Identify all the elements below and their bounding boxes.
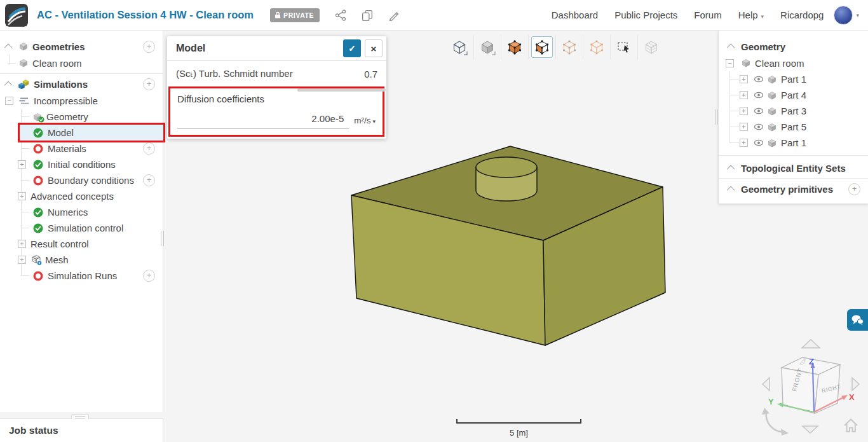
diffusion-value-input[interactable]: 2.00e-5 [177, 113, 349, 128]
horizontal-scrollbar[interactable] [297, 88, 386, 92]
view-up-arrow[interactable] [802, 340, 820, 348]
tool-select-edge-disabled[interactable] [555, 35, 583, 59]
schmidt-number-row[interactable]: (Scₜ) Turb. Schmidt number 0.7 [167, 61, 386, 86]
collapse-box-icon[interactable]: − [5, 97, 13, 105]
cube-icon [19, 42, 28, 51]
add-boundary-condition-button[interactable]: + [143, 174, 155, 186]
sidebar-item-model-selected[interactable]: Model [20, 125, 163, 141]
model-cylinder-top[interactable] [476, 157, 537, 177]
job-status-drag-handle[interactable] [71, 414, 89, 419]
rotate-view-arrow[interactable] [766, 412, 784, 432]
copy-icon[interactable] [362, 10, 373, 21]
x-axis-label: X [849, 392, 855, 402]
expand-box-icon[interactable]: + [18, 192, 26, 200]
chevron-down-icon[interactable]: ▾ [856, 12, 859, 18]
nav-forum[interactable]: Forum [694, 10, 721, 20]
left-splitter-grip[interactable] [161, 231, 164, 246]
tool-box-select[interactable] [610, 35, 637, 59]
sidebar-item-result-control[interactable]: + Result control [0, 236, 163, 252]
sidebar-item-geometries[interactable]: Geometries + [0, 38, 163, 55]
vertex-select-icon [589, 39, 604, 55]
nav-dashboard[interactable]: Dashboard [552, 10, 598, 20]
expand-box-icon[interactable]: + [740, 75, 748, 83]
sidebar-item-boundary-conditions[interactable]: Boundary conditions + [0, 172, 163, 188]
close-button[interactable]: × [365, 39, 383, 57]
sidebar-item-numerics[interactable]: Numerics [0, 204, 163, 220]
tool-select-face-active[interactable] [528, 35, 555, 59]
share-icon[interactable] [335, 10, 346, 21]
expand-box-icon[interactable]: + [18, 160, 26, 169]
cube-icon [768, 123, 776, 132]
add-material-button[interactable]: + [143, 142, 155, 155]
sidebar-item-simulation-control[interactable]: Simulation control [0, 220, 163, 236]
schmidt-value[interactable]: 0.7 [364, 69, 377, 79]
tool-select-vertex-disabled[interactable] [583, 35, 610, 59]
chevron-up-icon[interactable] [727, 186, 735, 194]
add-geometry-button[interactable]: + [143, 41, 155, 53]
visibility-eye-icon[interactable] [754, 139, 764, 146]
visibility-eye-icon[interactable] [754, 107, 764, 114]
tool-view-solid[interactable] [473, 35, 501, 59]
geometry-part-row[interactable]: + Part 3 [719, 103, 868, 119]
view-down-arrow[interactable] [803, 426, 818, 433]
nav-help[interactable]: Help▾ [738, 10, 764, 20]
simscale-logo[interactable] [5, 4, 28, 27]
add-simulation-run-button[interactable]: + [143, 270, 155, 282]
visibility-eye-icon[interactable] [754, 123, 764, 130]
collapse-box-icon[interactable]: − [726, 59, 734, 67]
nav-username[interactable]: Ricardopg [780, 10, 824, 20]
expand-box-icon[interactable]: + [740, 123, 748, 131]
active-tool-highlight [531, 36, 553, 58]
right-splitter-grip[interactable] [715, 109, 718, 125]
nav-public-projects[interactable]: Public Projects [614, 10, 677, 20]
sidebar-item-advanced-concepts[interactable]: + Advanced concepts [0, 188, 163, 204]
scale-bar-label: 5 [m] [456, 428, 581, 438]
geometry-part-row[interactable]: + Part 4 [719, 87, 868, 103]
unit-dropdown[interactable]: m²/s▾ [354, 116, 376, 128]
topological-entity-sets-header[interactable]: Topological Entity Sets [719, 160, 868, 176]
job-status-panel[interactable]: Job status [0, 418, 163, 442]
tree-connector [730, 95, 739, 95]
sidebar-item-simulation-runs[interactable]: Simulation Runs + [0, 268, 163, 284]
expand-box-icon[interactable]: + [18, 240, 26, 248]
geometry-part-row[interactable]: + Part 1 [719, 71, 868, 87]
tree-connector [22, 212, 29, 212]
geometry-primitives-header[interactable]: Geometry primitives + [719, 181, 868, 197]
home-view-icon[interactable] [844, 420, 857, 432]
privacy-badge[interactable]: PRIVATE [270, 8, 320, 22]
status-incomplete-icon [33, 176, 43, 186]
visibility-eye-icon[interactable] [754, 92, 764, 99]
expand-box-icon[interactable]: + [18, 256, 26, 264]
sidebar-item-simulations[interactable]: Simulations + [0, 76, 163, 92]
chevron-up-icon[interactable] [727, 43, 735, 52]
sidebar-item-incompressible[interactable]: − Incompressible [0, 92, 163, 109]
sidebar-item-geometry[interactable]: Geometry [0, 109, 163, 125]
tool-view-wireframe[interactable] [446, 35, 473, 59]
tool-select-volume[interactable] [501, 35, 528, 59]
sidebar-item-materials[interactable]: Materials + [0, 141, 163, 156]
geometry-section-header[interactable]: Geometry [719, 38, 868, 55]
visibility-eye-icon[interactable] [754, 76, 764, 83]
edit-pencil-icon[interactable] [388, 10, 400, 21]
geometry-part-row[interactable]: + Part 5 [719, 119, 868, 135]
apply-button[interactable]: ✓ [343, 39, 361, 57]
expand-box-icon[interactable]: + [740, 107, 748, 115]
avatar[interactable] [834, 6, 853, 25]
view-left-arrow[interactable] [763, 378, 770, 390]
view-right-arrow[interactable] [852, 378, 859, 390]
add-simulation-button[interactable]: + [143, 78, 155, 90]
chevron-up-icon[interactable] [727, 165, 735, 173]
chevron-up-icon[interactable] [4, 81, 13, 89]
support-chat-button[interactable] [847, 309, 868, 331]
tree-connector [730, 142, 739, 143]
tool-mesh-view-disabled[interactable] [637, 35, 665, 59]
sidebar-item-initial-conditions[interactable]: + Initial conditions [0, 156, 163, 172]
sidebar-item-clean-room[interactable]: Clean room [0, 55, 163, 71]
add-geometry-primitive-button[interactable]: + [848, 183, 860, 195]
sidebar-item-mesh[interactable]: + Mesh [0, 252, 163, 268]
geometry-item-clean-room[interactable]: − Clean room [719, 55, 868, 71]
expand-box-icon[interactable]: + [740, 91, 748, 99]
chevron-up-icon[interactable] [4, 43, 13, 52]
geometry-part-row[interactable]: + Part 1 [719, 135, 868, 151]
expand-box-icon[interactable]: + [740, 139, 748, 147]
